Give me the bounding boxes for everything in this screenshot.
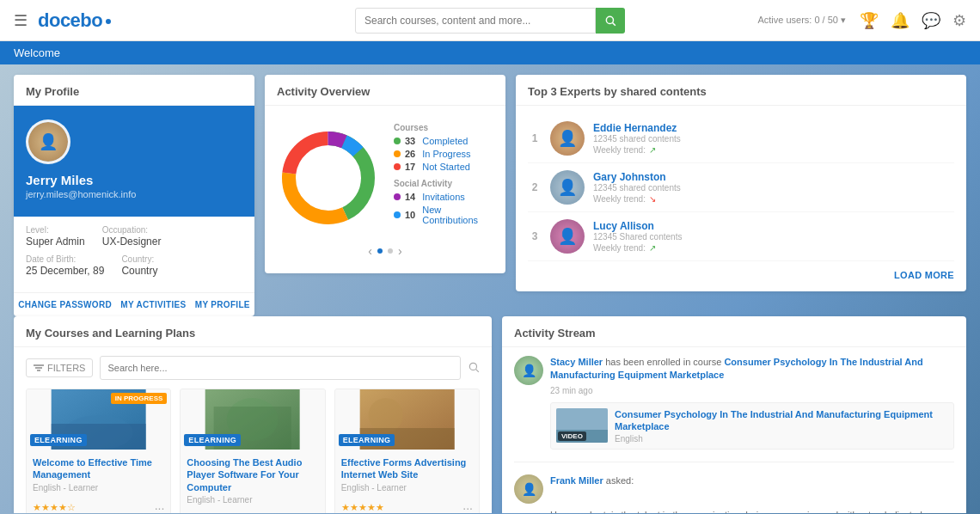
profile-actions: CHANGE PASSWORD MY ACTIVITIES MY PROFILE bbox=[14, 292, 254, 316]
course-more-1[interactable]: ··· bbox=[155, 501, 165, 513]
gear-icon[interactable]: ⚙ bbox=[952, 11, 966, 30]
active-users[interactable]: Active users: 0 / 50 ▾ bbox=[757, 15, 846, 26]
list-item: ELEARNING Effective Forms Advertising In… bbox=[334, 389, 480, 513]
search-input[interactable] bbox=[355, 8, 596, 34]
expert-info-1: Eddie Hernandez 12345 shared contents We… bbox=[593, 122, 954, 155]
logo: docebo bbox=[38, 9, 111, 32]
expert-shared-2: 12345 shared contents bbox=[593, 183, 954, 193]
expert-name-3[interactable]: Lucy Allison bbox=[593, 220, 954, 232]
list-item: 👤 Stacy Miller has been enrolled in cour… bbox=[514, 356, 954, 462]
list-item: ELEARNING IN PROGRESS Welcome to Effecti… bbox=[26, 389, 171, 513]
expert-rank-1: 1 bbox=[528, 132, 542, 144]
experts-title: Top 3 Experts by shared contents bbox=[516, 75, 966, 106]
trend-down-icon: ↘ bbox=[649, 194, 656, 204]
experts-card: Top 3 Experts by shared contents 1 👤 Edd… bbox=[516, 75, 966, 291]
profile-section: My Profile 👤 Jerry Miles jerry.miles@hom… bbox=[14, 75, 254, 316]
donut-wrapper: Courses 33 Completed 26 In Progress bbox=[277, 116, 493, 239]
carousel-prev[interactable]: ‹ bbox=[368, 244, 372, 258]
donut-chart bbox=[277, 126, 380, 229]
courses-grid: ELEARNING IN PROGRESS Welcome to Effecti… bbox=[26, 389, 480, 513]
courses-section: My Courses and Learning Plans FILTERS bbox=[14, 316, 492, 513]
top-row: My Profile 👤 Jerry Miles jerry.miles@hom… bbox=[0, 64, 980, 316]
svg-point-0 bbox=[606, 16, 613, 23]
carousel-dot-1[interactable] bbox=[377, 248, 383, 254]
experts-body: 1 👤 Eddie Hernandez 12345 shared content… bbox=[516, 106, 966, 291]
chart-legend: Courses 33 Completed 26 In Progress bbox=[394, 123, 493, 232]
profile-details: Level: Super Admin Occupation: UX-Design… bbox=[14, 217, 254, 292]
stream-user-2[interactable]: Frank Miller bbox=[550, 475, 603, 486]
course-stars-1: ★★★★☆ bbox=[33, 502, 76, 513]
course-meta-2: English - Learner bbox=[187, 495, 318, 505]
course-image-2: ELEARNING bbox=[181, 389, 324, 450]
profile-card: My Profile 👤 Jerry Miles jerry.miles@hom… bbox=[14, 75, 254, 316]
expert-avatar-2: 👤 bbox=[550, 170, 585, 205]
stream-content-1: VIDEO Consumer Psychology In The Industr… bbox=[550, 402, 954, 450]
nav-left: ☰ docebo bbox=[14, 9, 111, 32]
course-badge-2: ELEARNING bbox=[184, 434, 241, 446]
expert-info-2: Gary Johnston 12345 shared contents Week… bbox=[593, 171, 954, 204]
list-item: 👤 Frank Miller asked: How can I retain t… bbox=[514, 474, 954, 513]
filter-button[interactable]: FILTERS bbox=[26, 358, 93, 377]
course-meta-1: English - Learner bbox=[33, 483, 164, 493]
filter-label: FILTERS bbox=[47, 363, 85, 373]
occupation-field: Occupation: UX-Designer bbox=[102, 225, 162, 248]
stream-user-1[interactable]: Stacy Miller bbox=[550, 357, 603, 367]
carousel-dot-2[interactable] bbox=[388, 248, 393, 254]
bell-icon[interactable]: 🔔 bbox=[891, 11, 910, 30]
carousel-next[interactable]: › bbox=[398, 244, 402, 258]
expert-name-1[interactable]: Eddie Hernandez bbox=[593, 122, 954, 134]
course-footer-2: ★★★☆☆ ··· bbox=[181, 510, 324, 513]
dob-field: Date of Birth: 25 December, 89 bbox=[26, 254, 104, 277]
stream-content-meta-1: English bbox=[615, 434, 948, 444]
list-item: ELEARNING Choosing The Best Audio Player… bbox=[180, 389, 325, 513]
course-title-1[interactable]: Welcome to Effective Time Management bbox=[33, 456, 164, 481]
profile-header: 👤 Jerry Miles jerry.miles@homenick.info bbox=[14, 106, 254, 217]
expert-rank-3: 3 bbox=[528, 230, 542, 242]
courses-legend-title: Courses bbox=[394, 123, 493, 132]
chat-icon[interactable]: 💬 bbox=[922, 11, 940, 30]
video-label: VIDEO bbox=[558, 431, 586, 441]
course-image-3: ELEARNING bbox=[335, 389, 479, 450]
list-item: 2 👤 Gary Johnston 12345 shared contents … bbox=[528, 163, 954, 212]
courses-card: My Courses and Learning Plans FILTERS bbox=[14, 316, 492, 513]
page-body: My Profile 👤 Jerry Miles jerry.miles@hom… bbox=[0, 64, 980, 513]
activity-stream-title: Activity Stream bbox=[502, 316, 966, 347]
course-info-1: Welcome to Effective Time Management Eng… bbox=[27, 450, 170, 498]
expert-name-2[interactable]: Gary Johnston bbox=[593, 171, 954, 183]
my-profile-button[interactable]: MY PROFILE bbox=[195, 300, 250, 309]
expert-shared-1: 12345 shared contents bbox=[593, 134, 954, 144]
svg-point-11 bbox=[469, 363, 476, 370]
stream-thumb-1: VIDEO bbox=[556, 408, 608, 443]
expert-avatar-1: 👤 bbox=[550, 121, 585, 156]
stream-content-title-1[interactable]: Consumer Psychology In The Industrial An… bbox=[615, 408, 948, 433]
expert-rank-2: 2 bbox=[528, 181, 542, 193]
search-courses-icon[interactable] bbox=[468, 361, 480, 376]
stream-avatar-1: 👤 bbox=[514, 356, 543, 385]
course-title-3[interactable]: Effective Forms Advertising Internet Web… bbox=[341, 456, 473, 481]
search-button[interactable] bbox=[596, 8, 625, 34]
course-badge-3: ELEARNING bbox=[339, 434, 395, 446]
my-activities-button[interactable]: MY ACTIVITIES bbox=[120, 300, 186, 309]
profile-name: Jerry Miles bbox=[26, 173, 93, 187]
search-bar bbox=[355, 8, 625, 34]
trophy-icon[interactable]: 🏆 bbox=[860, 11, 879, 30]
stream-text-2: Frank Miller asked: bbox=[550, 474, 954, 487]
search-courses-input[interactable] bbox=[100, 356, 461, 380]
activity-card: Activity Overview bbox=[265, 75, 505, 273]
country-field: Country: Country bbox=[121, 254, 157, 277]
stream-avatar-2: 👤 bbox=[514, 474, 543, 504]
carousel-nav: ‹ › bbox=[277, 239, 493, 263]
bottom-row: My Courses and Learning Plans FILTERS bbox=[0, 316, 980, 513]
level-field: Level: Super Admin bbox=[26, 225, 85, 248]
course-title-2[interactable]: Choosing The Best Audio Player Software … bbox=[187, 456, 318, 493]
course-info-3: Effective Forms Advertising Internet Web… bbox=[335, 450, 479, 498]
hamburger-icon[interactable]: ☰ bbox=[14, 11, 28, 30]
stream-question: How can I retain the talent in the organ… bbox=[550, 509, 954, 513]
change-password-button[interactable]: CHANGE PASSWORD bbox=[18, 300, 112, 309]
activity-stream-body: 👤 Stacy Miller has been enrolled in cour… bbox=[502, 347, 966, 513]
stream-header-2: 👤 Frank Miller asked: bbox=[514, 474, 954, 504]
avatar-image: 👤 bbox=[28, 122, 68, 162]
course-more-3[interactable]: ··· bbox=[462, 501, 473, 513]
load-more-button[interactable]: LOAD MORE bbox=[894, 270, 954, 280]
avatar: 👤 bbox=[26, 119, 70, 164]
